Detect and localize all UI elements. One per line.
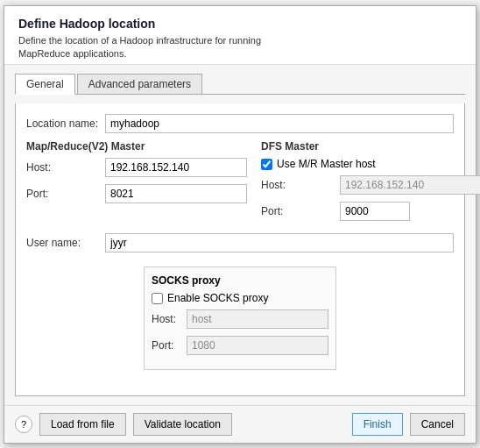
socks-host-label: Host: <box>152 313 187 325</box>
dialog: Define Hadoop location Define the locati… <box>4 5 476 444</box>
dfs-port-label: Port: <box>261 205 340 217</box>
dfs-host-input <box>340 175 480 195</box>
dfs-section-title: DFS Master <box>261 140 480 153</box>
tab-bar: General Advanced parameters <box>15 74 465 95</box>
mr-port-label: Port: <box>26 188 105 200</box>
finish-button[interactable]: Finish <box>352 413 403 436</box>
username-input[interactable] <box>105 233 454 252</box>
socks-wrapper: SOCKS proxy Enable SOCKS proxy Host: Por… <box>26 260 454 370</box>
mr-master-section: Map/Reduce(V2) Master Host: Port: <box>26 140 247 228</box>
tab-advanced-parameters[interactable]: Advanced parameters <box>77 74 202 94</box>
dfs-use-master-row: Use M/R Master host <box>261 158 480 170</box>
mr-host-row: Host: <box>26 158 247 177</box>
mr-port-row: Port: <box>26 184 247 203</box>
dfs-use-master-checkbox[interactable] <box>261 159 272 170</box>
socks-enable-label: Enable SOCKS proxy <box>167 292 268 304</box>
socks-port-input <box>187 336 328 355</box>
dfs-host-row: Host: <box>261 175 480 195</box>
socks-enable-row: Enable SOCKS proxy <box>152 292 328 304</box>
dialog-title: Define Hadoop location <box>18 17 462 31</box>
dialog-description-line1: Define the location of a Hadoop infrastr… <box>18 34 462 47</box>
socks-enable-checkbox[interactable] <box>152 293 163 304</box>
socks-port-row: Port: <box>152 336 328 355</box>
tab-general-content: Location name: Map/Reduce(V2) Master Hos… <box>15 103 465 395</box>
dfs-port-input[interactable] <box>340 202 410 221</box>
mr-host-input[interactable] <box>105 158 247 177</box>
cancel-button[interactable]: Cancel <box>410 413 465 436</box>
socks-title: SOCKS proxy <box>152 274 328 287</box>
tab-general[interactable]: General <box>15 74 75 95</box>
footer-left: ? <box>15 416 32 433</box>
validate-location-button[interactable]: Validate location <box>133 413 232 436</box>
dfs-use-master-label: Use M/R Master host <box>277 158 376 170</box>
two-col-section: Map/Reduce(V2) Master Host: Port: DFS Ma… <box>26 140 454 228</box>
socks-section: SOCKS proxy Enable SOCKS proxy Host: Por… <box>144 267 336 370</box>
dialog-body: General Advanced parameters Location nam… <box>4 65 476 404</box>
socks-port-label: Port: <box>152 339 187 352</box>
dfs-host-label: Host: <box>261 179 340 191</box>
username-label: User name: <box>26 237 105 249</box>
footer-action-buttons: Load from file Validate location <box>32 413 352 436</box>
dialog-header: Define Hadoop location Define the locati… <box>4 6 476 66</box>
help-icon[interactable]: ? <box>15 416 32 433</box>
mr-section-title: Map/Reduce(V2) Master <box>26 140 247 153</box>
dialog-description-line2: MapReduce applications. <box>18 47 462 60</box>
username-row: User name: <box>26 233 454 252</box>
location-name-input[interactable] <box>105 114 454 133</box>
dialog-footer: ? Load from file Validate location Finis… <box>4 405 476 443</box>
dfs-port-row: Port: <box>261 202 480 221</box>
dfs-master-section: DFS Master Use M/R Master host Host: Por… <box>261 140 480 228</box>
mr-port-input[interactable] <box>105 184 247 203</box>
socks-host-input <box>187 309 328 329</box>
footer-right: Finish Cancel <box>352 413 465 436</box>
location-name-label: Location name: <box>26 117 105 130</box>
mr-host-label: Host: <box>26 161 105 174</box>
location-name-row: Location name: <box>26 114 454 133</box>
socks-host-row: Host: <box>152 309 328 329</box>
load-from-file-button[interactable]: Load from file <box>39 413 126 436</box>
